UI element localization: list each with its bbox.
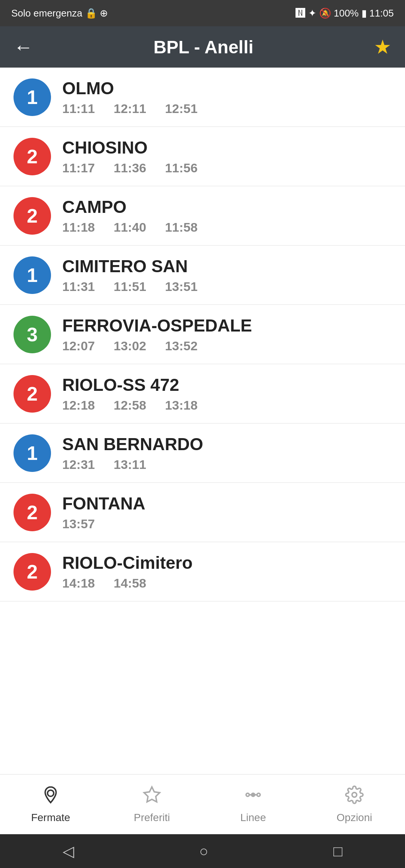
back-button[interactable]: ← (14, 36, 33, 58)
stop-time: 11:18 (62, 220, 95, 235)
stop-times: 12:1812:5813:18 (62, 398, 392, 413)
line-badge: 2 (14, 197, 51, 235)
line-badge: 2 (14, 553, 51, 591)
opzioni-label: Opzioni (337, 812, 372, 824)
item-info: CAMPO11:1811:4011:58 (62, 197, 392, 235)
stop-time: 14:18 (62, 576, 95, 591)
stop-times: 12:0713:0213:52 (62, 339, 392, 353)
nav-preferiti[interactable]: Preferiti (101, 785, 202, 824)
svg-point-2 (246, 793, 249, 796)
item-info: RIOLO-Cimitero14:1814:58 (62, 553, 392, 591)
stop-time: 14:58 (114, 576, 146, 591)
list-item[interactable]: 1CIMITERO SAN11:3111:5113:51 (0, 246, 405, 305)
stop-name: CAMPO (62, 197, 392, 217)
svg-point-3 (257, 793, 260, 796)
stop-name: SAN BERNARDO (62, 434, 392, 454)
stop-time: 12:31 (62, 457, 95, 472)
status-right: 🅽 ✦ 🔕 100% ▮ 11:05 (296, 8, 394, 19)
fermate-label: Fermate (31, 812, 70, 824)
nav-opzioni[interactable]: Opzioni (304, 785, 405, 824)
item-info: RIOLO-SS 47212:1812:5813:18 (62, 375, 392, 413)
svg-point-6 (352, 792, 357, 797)
stop-time: 12:51 (165, 101, 198, 116)
stop-name: RIOLO-Cimitero (62, 553, 392, 573)
stop-name: CIMITERO SAN (62, 256, 392, 276)
nav-fermate[interactable]: Fermate (0, 785, 101, 824)
preferiti-label: Preferiti (134, 812, 170, 824)
item-info: FONTANA13:57 (62, 493, 392, 531)
stop-time: 13:11 (114, 457, 146, 472)
list-item[interactable]: 2FONTANA13:57 (0, 483, 405, 542)
list-item[interactable]: 1SAN BERNARDO12:3113:11 (0, 423, 405, 483)
list-item[interactable]: 2RIOLO-SS 47212:1812:5813:18 (0, 364, 405, 423)
stop-time: 13:18 (165, 398, 198, 413)
line-badge: 3 (14, 316, 51, 353)
stop-times: 13:57 (62, 517, 392, 531)
top-bar: ← BPL - Anelli ★ (0, 26, 405, 68)
list-item[interactable]: 2CHIOSINO11:1711:3611:56 (0, 127, 405, 186)
item-info: SAN BERNARDO12:3113:11 (62, 434, 392, 472)
stop-name: RIOLO-SS 472 (62, 375, 392, 395)
stop-times: 14:1814:58 (62, 576, 392, 591)
stop-time: 11:17 (62, 161, 95, 175)
line-badge: 1 (14, 434, 51, 472)
stop-name: OLMO (62, 78, 392, 98)
linee-icon (244, 785, 262, 809)
stop-time: 11:40 (114, 220, 146, 235)
nav-linee[interactable]: Linee (202, 785, 304, 824)
opzioni-icon (345, 785, 364, 809)
svg-point-0 (48, 790, 54, 796)
page-title: BPL - Anelli (153, 37, 254, 57)
bottom-nav: Fermate Preferiti Linee Opzioni (0, 774, 405, 834)
stop-time: 11:51 (114, 279, 146, 294)
line-badge: 1 (14, 256, 51, 294)
line-badge: 1 (14, 78, 51, 116)
fermate-icon (41, 785, 60, 809)
stop-name: FONTANA (62, 493, 392, 514)
favorite-button[interactable]: ★ (374, 36, 392, 58)
stop-time: 12:11 (114, 101, 146, 116)
item-info: CIMITERO SAN11:3111:5113:51 (62, 256, 392, 294)
stop-name: FERROVIA-OSPEDALE (62, 315, 392, 336)
svg-point-5 (252, 793, 255, 796)
sys-home-button[interactable]: ○ (199, 843, 208, 860)
sys-back-button[interactable]: ◁ (63, 842, 74, 860)
stop-times: 11:1811:4011:58 (62, 220, 392, 235)
list-item[interactable]: 3FERROVIA-OSPEDALE12:0713:0213:52 (0, 305, 405, 364)
sys-recent-button[interactable]: □ (333, 843, 342, 860)
line-badge: 2 (14, 375, 51, 413)
stop-time: 13:51 (165, 279, 198, 294)
system-nav: ◁ ○ □ (0, 834, 405, 868)
list-item[interactable]: 2RIOLO-Cimitero14:1814:58 (0, 542, 405, 601)
stop-time: 12:58 (114, 398, 146, 413)
stop-times: 12:3113:11 (62, 457, 392, 472)
status-bar: Solo emergenza 🔒 ⊕ 🅽 ✦ 🔕 100% ▮ 11:05 (0, 0, 405, 26)
stop-time: 11:56 (165, 161, 198, 175)
stop-time: 11:11 (62, 101, 95, 116)
item-info: FERROVIA-OSPEDALE12:0713:0213:52 (62, 315, 392, 353)
stop-time: 11:31 (62, 279, 95, 294)
stop-name: CHIOSINO (62, 137, 392, 158)
list-item[interactable]: 1OLMO11:1112:1112:51 (0, 68, 405, 127)
stop-times: 11:3111:5113:51 (62, 279, 392, 294)
line-badge: 2 (14, 138, 51, 175)
stop-times: 11:1711:3611:56 (62, 161, 392, 175)
stop-time: 13:57 (62, 517, 95, 531)
stop-time: 11:58 (165, 220, 198, 235)
stop-time: 11:36 (114, 161, 146, 175)
stop-time: 12:18 (62, 398, 95, 413)
stop-times: 11:1112:1112:51 (62, 101, 392, 116)
linee-label: Linee (240, 812, 266, 824)
line-badge: 2 (14, 494, 51, 531)
preferiti-icon (142, 785, 161, 809)
item-info: OLMO11:1112:1112:51 (62, 78, 392, 116)
stop-time: 13:02 (114, 339, 146, 353)
stop-time: 13:52 (165, 339, 198, 353)
item-info: CHIOSINO11:1711:3611:56 (62, 137, 392, 175)
list-item[interactable]: 2CAMPO11:1811:4011:58 (0, 186, 405, 246)
stop-time: 12:07 (62, 339, 95, 353)
stops-list: 1OLMO11:1112:1112:512CHIOSINO11:1711:361… (0, 68, 405, 774)
status-left: Solo emergenza 🔒 ⊕ (11, 8, 108, 19)
svg-marker-1 (144, 787, 160, 802)
